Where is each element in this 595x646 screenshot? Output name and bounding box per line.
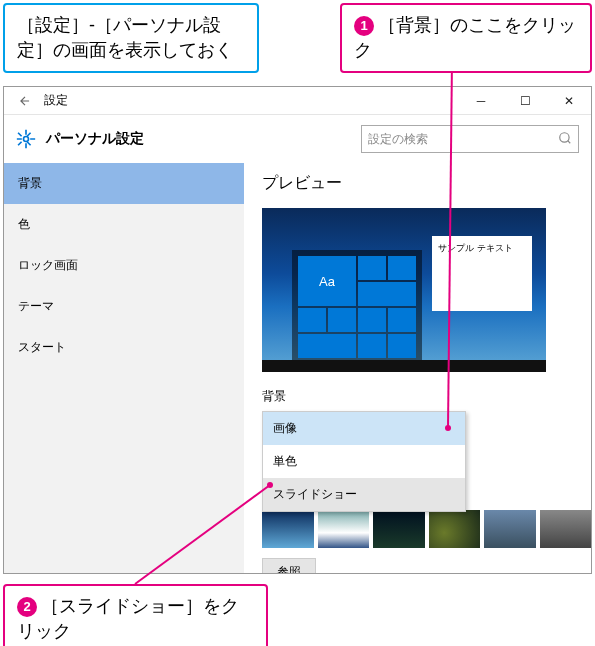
- window-title: 設定: [44, 92, 68, 109]
- dropdown-option-solid[interactable]: 単色: [263, 445, 465, 478]
- maximize-button[interactable]: ☐: [503, 87, 547, 115]
- preview-heading: プレビュー: [262, 173, 591, 194]
- start-menu-preview: Aa: [292, 250, 422, 360]
- dropdown-option-slideshow[interactable]: スライドショー: [263, 478, 465, 511]
- step-number-1: 1: [354, 16, 374, 36]
- taskbar-preview: [262, 360, 546, 372]
- header: パーソナル設定 設定の検索: [4, 115, 591, 163]
- browse-button[interactable]: 参照: [262, 558, 316, 573]
- sidebar-item-colors[interactable]: 色: [4, 204, 244, 245]
- titlebar: 設定 ─ ☐ ✕: [4, 87, 591, 115]
- thumb[interactable]: [540, 510, 592, 548]
- background-dropdown[interactable]: 画像 単色 スライドショー: [262, 411, 466, 512]
- main-pane: プレビュー Aa サンプル テキスト 背景 画像 単色: [244, 163, 591, 573]
- thumb[interactable]: [318, 510, 370, 548]
- step-number-2: 2: [17, 597, 37, 617]
- minimize-button[interactable]: ─: [459, 87, 503, 115]
- desktop-preview: Aa サンプル テキスト: [262, 208, 546, 372]
- background-label: 背景: [262, 388, 591, 405]
- callout-step2: 2［スライドショー］をクリック: [3, 584, 268, 646]
- thumb[interactable]: [373, 510, 425, 548]
- page-title: パーソナル設定: [46, 130, 144, 148]
- thumb[interactable]: [429, 510, 481, 548]
- svg-point-4: [24, 137, 29, 142]
- close-button[interactable]: ✕: [547, 87, 591, 115]
- callout-instruction: ［設定］-［パーソナル設定］の画面を表示しておく: [3, 3, 259, 73]
- thumb[interactable]: [262, 510, 314, 548]
- sidebar-item-background[interactable]: 背景: [4, 163, 244, 204]
- thumb[interactable]: [484, 510, 536, 548]
- sidebar-item-themes[interactable]: テーマ: [4, 286, 244, 327]
- svg-point-5: [560, 132, 569, 141]
- svg-line-6: [568, 140, 571, 143]
- search-input[interactable]: 設定の検索: [361, 125, 579, 153]
- wallpaper-thumbnails: [262, 510, 591, 548]
- sidebar-item-lockscreen[interactable]: ロック画面: [4, 245, 244, 286]
- settings-window: 設定 ─ ☐ ✕ パーソナル設定 設定の検索 背景 色 ロック画面 テーマ スタ…: [3, 86, 592, 574]
- search-icon: [558, 131, 572, 148]
- callout-step1: 1［背景］のここをクリック: [340, 3, 592, 73]
- dropdown-option-image[interactable]: 画像: [263, 412, 465, 445]
- search-placeholder: 設定の検索: [368, 131, 558, 148]
- back-icon[interactable]: [16, 92, 34, 110]
- tile-aa: Aa: [298, 256, 356, 306]
- gear-icon: [16, 129, 36, 149]
- sidebar: 背景 色 ロック画面 テーマ スタート: [4, 163, 244, 573]
- sidebar-item-start[interactable]: スタート: [4, 327, 244, 368]
- sample-window: サンプル テキスト: [432, 236, 532, 311]
